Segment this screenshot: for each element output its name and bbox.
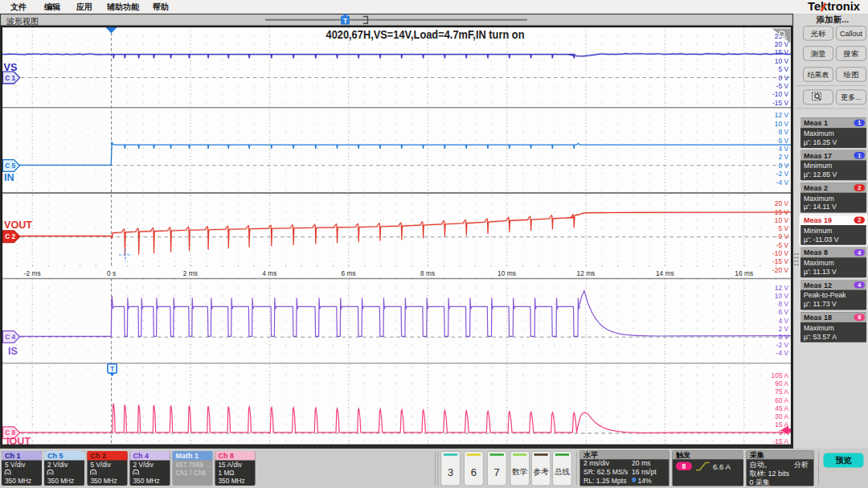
svg-text:8 ms: 8 ms	[420, 269, 435, 277]
svg-text:0 V: 0 V	[778, 74, 788, 82]
svg-text:0 V: 0 V	[778, 232, 788, 240]
svg-text:10 V: 10 V	[775, 120, 789, 128]
svg-text:Minimum: Minimum	[804, 162, 832, 170]
svg-text:10 ms: 10 ms	[497, 269, 516, 277]
svg-text:T: T	[343, 17, 348, 25]
svg-text:RL: 1.25 Mpts: RL: 1.25 Mpts	[583, 477, 627, 485]
svg-text:657.7869 ...: 657.7869 ...	[176, 461, 211, 469]
svg-text:2 V/div: 2 V/div	[133, 461, 154, 469]
svg-text:105 A: 105 A	[772, 371, 789, 379]
svg-text:Meas 8: Meas 8	[804, 248, 828, 256]
svg-text:SR: 62.5 MS/s: SR: 62.5 MS/s	[583, 468, 628, 476]
svg-text:10 V: 10 V	[775, 216, 789, 224]
svg-text:添加新...: 添加新...	[816, 14, 849, 24]
svg-text:Maximum: Maximum	[804, 195, 834, 203]
svg-text:µ′: 14.11 V: µ′: 14.11 V	[804, 203, 837, 211]
svg-text:搜索: 搜索	[843, 49, 859, 58]
svg-text:-20 V: -20 V	[772, 266, 788, 274]
svg-text:光标: 光标	[811, 29, 827, 38]
svg-text:45 A: 45 A	[775, 404, 788, 412]
svg-text:-15 V: -15 V	[772, 257, 788, 265]
svg-text:75 A: 75 A	[775, 388, 788, 396]
svg-text:-5 V: -5 V	[776, 241, 789, 249]
svg-text:-4 V: -4 V	[776, 349, 789, 357]
svg-text:90 A: 90 A	[775, 379, 788, 388]
svg-text:辅助功能: 辅助功能	[106, 2, 140, 11]
svg-text:14%: 14%	[638, 477, 653, 485]
svg-text:1 MΩ: 1 MΩ	[219, 469, 235, 477]
svg-text:文件: 文件	[10, 2, 27, 11]
svg-text:测量: 测量	[811, 49, 827, 58]
svg-text:Meas 18: Meas 18	[804, 314, 832, 322]
svg-text:6: 6	[471, 466, 477, 478]
svg-text:C 2: C 2	[5, 232, 15, 240]
svg-text:分析: 分析	[794, 461, 809, 469]
svg-text:0 V: 0 V	[778, 162, 788, 170]
svg-text:编辑: 编辑	[43, 2, 61, 11]
svg-text:Peak-to-Peak: Peak-to-Peak	[804, 291, 846, 299]
svg-text:8: 8	[682, 462, 686, 470]
svg-text:0 V: 0 V	[778, 333, 788, 341]
svg-text:-4 V: -4 V	[776, 178, 789, 187]
svg-text:绘图: 绘图	[844, 70, 859, 79]
svg-text:-2 ms: -2 ms	[24, 269, 41, 277]
svg-text:Ch 1: Ch 1	[5, 452, 21, 460]
svg-text:Ch 2: Ch 2	[91, 452, 107, 460]
svg-text:5 V: 5 V	[778, 224, 788, 232]
svg-text:2: 2	[858, 216, 861, 223]
svg-text:2 V: 2 V	[778, 325, 788, 333]
svg-text:16 ns/pt: 16 ns/pt	[632, 468, 657, 476]
svg-text:Meas 2: Meas 2	[804, 184, 828, 192]
svg-text:16 ms: 16 ms	[735, 269, 753, 277]
svg-text:-10 V: -10 V	[772, 90, 788, 98]
svg-text:µ′: 16.25 V: µ′: 16.25 V	[804, 138, 837, 146]
svg-text:2 V: 2 V	[778, 153, 788, 161]
svg-text:3: 3	[448, 466, 453, 478]
svg-text:-5 V: -5 V	[776, 82, 789, 90]
svg-text:350 MHz: 350 MHz	[47, 477, 74, 485]
svg-text:1: 1	[858, 152, 861, 159]
svg-text:µ′: -11.03 V: µ′: -11.03 V	[804, 236, 839, 244]
svg-text:6 V: 6 V	[778, 137, 788, 145]
svg-text:IN: IN	[4, 172, 14, 183]
svg-text:水平: 水平	[583, 451, 598, 459]
svg-text:Meas 1: Meas 1	[804, 119, 828, 127]
svg-text:Meas 19: Meas 19	[804, 216, 832, 224]
svg-text:-2 V: -2 V	[776, 170, 789, 178]
svg-text:预览: 预览	[835, 456, 853, 465]
svg-text:触发: 触发	[675, 451, 690, 459]
svg-text:Math 1: Math 1	[176, 452, 199, 460]
svg-text:10 V: 10 V	[775, 292, 789, 300]
svg-text:Ch 8: Ch 8	[219, 452, 235, 460]
svg-text:12 V: 12 V	[775, 111, 789, 119]
svg-text:8: 8	[858, 314, 861, 321]
svg-text:20 ms: 20 ms	[632, 459, 650, 467]
svg-text:14 ms: 14 ms	[656, 269, 674, 277]
svg-text:-10 V: -10 V	[772, 249, 788, 257]
svg-text:20 V: 20 V	[775, 199, 789, 207]
svg-text:波形视图: 波形视图	[6, 17, 39, 26]
svg-text:Ch 5: Ch 5	[47, 452, 63, 460]
svg-text:6 V: 6 V	[778, 308, 788, 316]
svg-text:µ′: 11.13 V: µ′: 11.13 V	[804, 268, 837, 276]
svg-text:结果表: 结果表	[808, 71, 829, 79]
svg-text:6.6 A: 6.6 A	[713, 462, 731, 471]
svg-text:12 V: 12 V	[775, 284, 789, 292]
svg-text:20 V: 20 V	[775, 40, 789, 48]
svg-text:4020,67H,VS=14V,Load=4.7mF,IN: 4020,67H,VS=14V,Load=4.7mF,IN turn on	[326, 28, 525, 41]
svg-text:8 V: 8 V	[778, 128, 788, 136]
svg-text:5 V/div: 5 V/div	[5, 461, 26, 469]
svg-text:Callout: Callout	[840, 30, 863, 38]
svg-text:2 ms: 2 ms	[183, 269, 198, 277]
svg-text:0 采集: 0 采集	[750, 478, 771, 486]
svg-text:4 ms: 4 ms	[262, 269, 276, 277]
svg-text:Ch 4: Ch 4	[133, 452, 149, 460]
svg-text:350 MHz: 350 MHz	[91, 477, 117, 485]
svg-text:1: 1	[858, 119, 861, 126]
svg-text:T: T	[110, 365, 115, 373]
svg-text:帮助: 帮助	[152, 2, 169, 11]
svg-text:Maximum: Maximum	[804, 129, 834, 137]
svg-text:350 MHz: 350 MHz	[5, 477, 31, 485]
svg-text:-15 V: -15 V	[772, 99, 788, 107]
svg-text:C 5: C 5	[5, 162, 15, 170]
